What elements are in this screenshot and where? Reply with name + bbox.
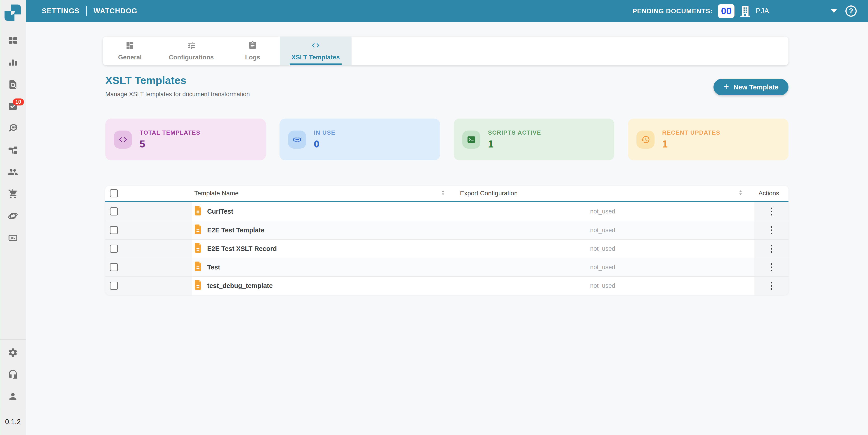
stat-label: TOTAL TEMPLATES	[140, 129, 200, 136]
stat-card-scripts-active: SCRIPTS ACTIVE 1	[454, 119, 614, 160]
table-header-row: Template Name Export Configuration Actio…	[105, 186, 788, 202]
tab-label: XSLT Templates	[291, 54, 340, 61]
row-actions-menu-icon[interactable]	[768, 280, 774, 292]
template-name[interactable]: Test	[207, 263, 220, 271]
sidebar-item-analytics[interactable]	[0, 52, 26, 74]
breadcrumb-watchdog[interactable]: WATCHDOG	[94, 7, 137, 15]
row-checkbox[interactable]	[110, 245, 118, 253]
templates-table: Template Name Export Configuration Actio…	[105, 186, 788, 295]
support-headset-icon	[8, 369, 18, 380]
table-row[interactable]: E2E Test XSLT Record not_used	[105, 239, 788, 258]
stat-value: 0	[314, 138, 336, 150]
sidebar-item-integrations[interactable]	[0, 205, 26, 227]
export-configuration-value: not_used	[454, 240, 754, 258]
pending-documents-count: 00	[718, 4, 735, 18]
sidebar-item-tasks[interactable]: 10	[0, 96, 26, 118]
sort-icon[interactable]	[737, 189, 744, 198]
new-template-button[interactable]: + New Template	[713, 79, 788, 95]
row-actions-menu-icon[interactable]	[768, 205, 774, 218]
tune-icon	[187, 41, 196, 52]
dashboard-icon	[8, 35, 18, 47]
template-name[interactable]: E2E Test Template	[207, 226, 265, 234]
terminal-icon	[462, 130, 480, 149]
sidebar-item-support[interactable]	[0, 364, 26, 386]
sidebar-item-workflow[interactable]	[0, 139, 26, 161]
tab-xslt-templates[interactable]: XSLT Templates	[280, 37, 351, 65]
sidebar-item-dashboard[interactable]	[0, 30, 26, 52]
table-row[interactable]: E2E Test Template not_used	[105, 221, 788, 239]
export-configuration-value: not_used	[454, 202, 754, 221]
clipboard-icon	[248, 41, 257, 52]
file-icon	[195, 206, 202, 217]
stat-label: SCRIPTS ACTIVE	[488, 129, 541, 136]
template-name[interactable]: E2E Test XSLT Record	[207, 245, 277, 252]
row-actions-menu-icon[interactable]	[768, 224, 774, 237]
pending-documents-label: PENDING DOCUMENTS:	[632, 7, 713, 15]
top-bar: SETTINGS WATCHDOG PENDING DOCUMENTS: 00 …	[26, 0, 868, 22]
chevron-down-icon[interactable]	[831, 9, 837, 13]
row-checkbox[interactable]	[110, 207, 118, 215]
sidebar-item-profile[interactable]	[0, 386, 26, 408]
app-version: 0.1.2	[0, 410, 26, 435]
new-template-label: New Template	[734, 83, 779, 91]
sidebar-item-document-search[interactable]	[0, 74, 26, 96]
settings-gear-icon	[8, 347, 18, 359]
page-subtitle: Manage XSLT templates for document trans…	[105, 91, 250, 98]
select-all-checkbox[interactable]	[110, 189, 118, 197]
page-title: XSLT Templates	[105, 74, 186, 87]
sidebar-item-reports[interactable]	[0, 227, 26, 249]
content-search-icon	[8, 123, 18, 134]
table-row[interactable]: Test not_used	[105, 258, 788, 276]
tab-label: Logs	[245, 54, 260, 61]
sidebar: 10	[0, 0, 26, 435]
tasks-notification-badge: 10	[13, 98, 24, 105]
workflow-icon	[8, 145, 18, 156]
history-icon	[637, 130, 654, 149]
stat-label: RECENT UPDATES	[662, 129, 720, 136]
users-icon	[8, 167, 18, 178]
row-checkbox[interactable]	[110, 263, 118, 271]
profile-icon	[8, 391, 18, 402]
sidebar-nav: 10	[0, 30, 26, 249]
table-row[interactable]: CurlTest not_used	[105, 202, 788, 221]
settings-tab-bar: General Configurations Logs XSLT Templat…	[103, 37, 788, 65]
sidebar-item-content-search[interactable]	[0, 118, 26, 139]
table-body: CurlTest not_used E2E Test Template not_…	[105, 202, 788, 295]
stat-card-in-use: IN USE 0	[279, 119, 440, 160]
tab-configurations[interactable]: Configurations	[157, 37, 225, 65]
export-configuration-value: not_used	[454, 221, 754, 239]
sidebar-item-settings[interactable]	[0, 342, 26, 364]
building-icon	[740, 5, 750, 17]
tab-general[interactable]: General	[103, 37, 157, 65]
stat-value: 5	[140, 138, 200, 150]
sidebar-bottom: 0.1.2	[0, 339, 26, 435]
stat-value: 1	[488, 138, 541, 150]
tab-label: Configurations	[169, 54, 214, 61]
plus-icon: +	[723, 82, 729, 91]
column-header-export-configuration[interactable]: Export Configuration	[460, 190, 518, 197]
row-checkbox[interactable]	[110, 226, 118, 234]
code-icon	[311, 41, 320, 52]
sort-icon[interactable]	[439, 189, 447, 198]
help-icon[interactable]: ?	[845, 5, 857, 17]
reports-icon	[8, 232, 18, 244]
sidebar-item-users[interactable]	[0, 161, 26, 183]
breadcrumb: SETTINGS WATCHDOG	[42, 6, 137, 16]
table-row[interactable]: test_debug_template not_used	[105, 276, 788, 295]
row-checkbox[interactable]	[110, 282, 118, 290]
breadcrumb-settings[interactable]: SETTINGS	[42, 7, 80, 15]
export-configuration-value: not_used	[454, 277, 754, 295]
integrations-icon	[8, 211, 18, 222]
code-icon	[114, 130, 132, 149]
tab-label: General	[118, 54, 142, 61]
template-name[interactable]: CurlTest	[207, 208, 233, 215]
tab-logs[interactable]: Logs	[225, 37, 280, 65]
app-logo[interactable]	[3, 3, 23, 23]
topbar-right-group: PENDING DOCUMENTS: 00 PJA ?	[632, 4, 857, 18]
row-actions-menu-icon[interactable]	[768, 243, 774, 255]
sidebar-item-cart[interactable]	[0, 183, 26, 205]
row-actions-menu-icon[interactable]	[768, 261, 774, 274]
stats-row: TOTAL TEMPLATES 5 IN USE 0 SCRIPTS ACTIV…	[105, 119, 788, 160]
template-name[interactable]: test_debug_template	[207, 282, 273, 289]
column-header-template-name[interactable]: Template Name	[194, 190, 239, 197]
